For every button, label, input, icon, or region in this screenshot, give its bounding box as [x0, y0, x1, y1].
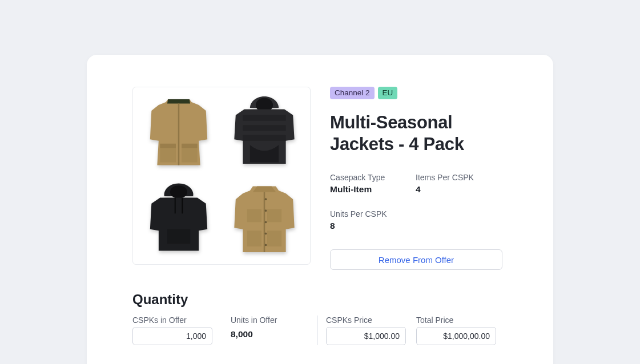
- meta-label: Units Per CSPK: [330, 209, 416, 219]
- svg-rect-15: [267, 209, 281, 223]
- svg-rect-0: [178, 104, 180, 165]
- svg-point-19: [265, 209, 267, 212]
- field-label: CSPKs Price: [326, 316, 406, 325]
- product-image-4: [224, 179, 304, 258]
- quantity-heading: Quantity: [132, 292, 508, 308]
- total-price-input[interactable]: [416, 327, 496, 345]
- meta-grid: Casepack Type Multi-Item Items Per CSPK …: [330, 173, 508, 231]
- svg-rect-16: [247, 230, 261, 246]
- units-in-offer-value: 8,000: [231, 327, 277, 339]
- quantity-row: CSPKs in Offer Units in Offer 8,000 CSPK…: [132, 316, 508, 345]
- cspks-price-field: CSPKs Price: [326, 316, 406, 345]
- svg-rect-7: [243, 125, 285, 131]
- product-offer-card: Channel 2 EU Multi-Seasonal Jackets - 4 …: [87, 55, 553, 364]
- units-in-offer-field: Units in Offer 8,000: [231, 316, 277, 345]
- cspks-in-offer-input[interactable]: [132, 327, 212, 345]
- meta-value: 8: [330, 221, 416, 231]
- region-tag: EU: [378, 87, 398, 99]
- product-image-1: [139, 93, 219, 173]
- svg-rect-3: [160, 144, 176, 148]
- product-image-3: [139, 179, 219, 258]
- product-image-2: [224, 93, 304, 173]
- svg-rect-8: [243, 135, 285, 141]
- vertical-divider: [317, 316, 318, 345]
- field-label: Total Price: [416, 316, 496, 325]
- field-label: CSPKs in Offer: [132, 316, 212, 325]
- svg-rect-4: [182, 144, 198, 148]
- svg-point-21: [265, 232, 267, 234]
- svg-rect-12: [167, 229, 190, 244]
- svg-rect-14: [247, 209, 261, 223]
- svg-rect-17: [267, 230, 281, 246]
- meta-label: Casepack Type: [330, 173, 416, 182]
- svg-point-18: [265, 198, 267, 200]
- meta-units-per-cspk: Units Per CSPK 8: [330, 209, 416, 231]
- channel-tag: Channel 2: [330, 87, 375, 99]
- meta-label: Items Per CSPK: [416, 173, 501, 182]
- meta-value: 4: [416, 184, 501, 195]
- product-details: Channel 2 EU Multi-Seasonal Jackets - 4 …: [330, 87, 508, 270]
- svg-point-22: [265, 244, 267, 246]
- total-price-field: Total Price: [416, 316, 496, 345]
- cspks-in-offer-field: CSPKs in Offer: [132, 316, 212, 345]
- svg-point-9: [170, 185, 187, 199]
- meta-value: Multi-Item: [330, 184, 416, 195]
- meta-items-per-cspk: Items Per CSPK 4: [416, 173, 501, 195]
- top-row: Channel 2 EU Multi-Seasonal Jackets - 4 …: [132, 87, 508, 270]
- field-label: Units in Offer: [231, 316, 277, 325]
- remove-from-offer-button[interactable]: Remove From Offer: [330, 249, 502, 270]
- quantity-left: CSPKs in Offer Units in Offer 8,000: [132, 316, 317, 345]
- cspks-price-input[interactable]: [326, 327, 406, 345]
- meta-casepack-type: Casepack Type Multi-Item: [330, 173, 416, 195]
- svg-point-20: [265, 221, 267, 223]
- tag-row: Channel 2 EU: [330, 87, 508, 99]
- svg-rect-6: [243, 115, 285, 121]
- product-title: Multi-Seasonal Jackets - 4 Pack: [330, 112, 508, 156]
- quantity-right: CSPKs Price Total Price: [326, 316, 496, 345]
- product-image-grid: [132, 87, 311, 265]
